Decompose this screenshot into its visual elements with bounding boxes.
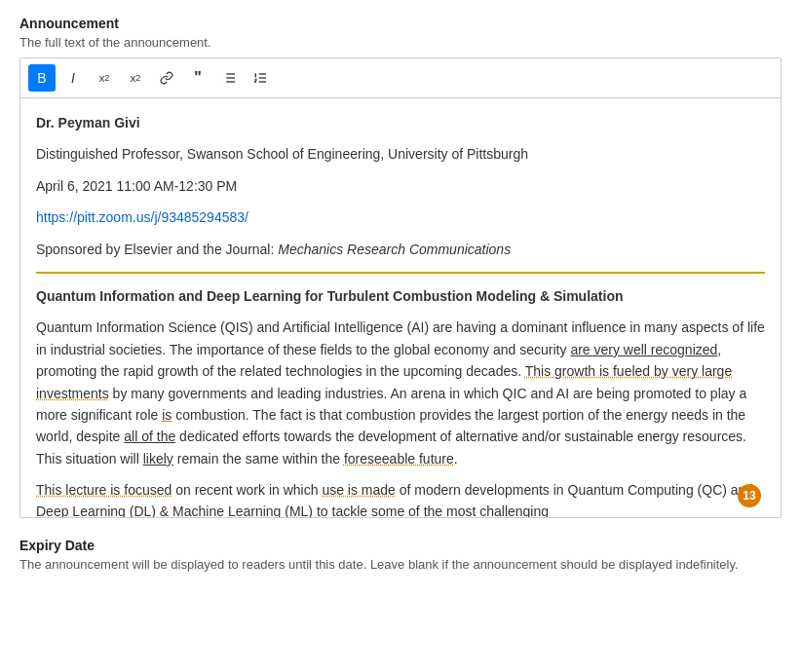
link-button[interactable] [153, 64, 180, 92]
talk-title: Quantum Information and Deep Learning fo… [36, 288, 624, 304]
rich-text-editor: B I x2 x2 " [19, 57, 782, 518]
zoom-link[interactable]: https://pitt.zoom.us/j/93485294583/ [36, 209, 248, 225]
italic-button[interactable]: I [59, 64, 87, 92]
author-name: Dr. Peyman Givi [36, 115, 140, 131]
superscript-button[interactable]: x2 [91, 64, 118, 92]
expiry-section: Expiry Date The announcement will be dis… [19, 538, 782, 572]
use-is-made-text: use is made [322, 482, 395, 498]
unordered-list-button[interactable] [215, 64, 243, 92]
editor-toolbar: B I x2 x2 " [20, 58, 781, 98]
section-divider [36, 272, 765, 274]
author-title: Distinguished Professor, Swanson School … [36, 143, 765, 165]
subscript-button[interactable]: x2 [122, 64, 149, 92]
paragraph2: This lecture is focused on recent work i… [36, 479, 765, 517]
paragraph1: Quantum Information Science (QIS) and Ar… [36, 317, 765, 469]
sponsor-text: Sponsored by Elsevier and the Journal: [36, 242, 278, 257]
notification-badge: 13 [738, 484, 761, 507]
date-time: April 6, 2021 11:00 AM-12:30 PM [36, 175, 765, 197]
announcement-hint: The full text of the announcement. [19, 35, 782, 50]
announcement-label: Announcement [19, 16, 782, 31]
expiry-hint: The announcement will be displayed to re… [19, 557, 782, 572]
editor-body[interactable]: Dr. Peyman Givi Distinguished Professor,… [20, 98, 781, 517]
ordered-list-button[interactable] [247, 64, 274, 92]
journal-name: Mechanics Research Communications [278, 242, 511, 257]
expiry-label: Expiry Date [19, 538, 782, 553]
bold-button[interactable]: B [28, 64, 56, 92]
lecture-focused-text: This lecture is focused [36, 482, 172, 498]
blockquote-button[interactable]: " [184, 64, 211, 92]
